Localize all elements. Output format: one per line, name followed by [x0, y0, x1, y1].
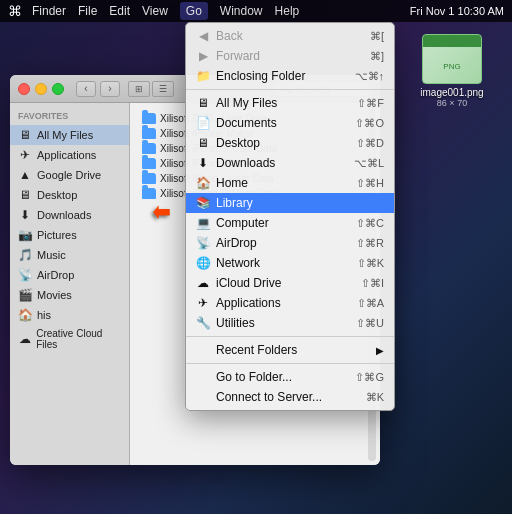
view-buttons: ⊞ ☰ — [128, 81, 174, 97]
desktop-icon-image001[interactable]: PNG image001.png 86 × 70 — [412, 34, 492, 108]
forward-button[interactable]: › — [100, 81, 120, 97]
zoom-button[interactable] — [52, 83, 64, 95]
menubar-finder[interactable]: Finder — [32, 4, 66, 18]
menubar-view[interactable]: View — [142, 4, 168, 18]
finder-sidebar: Favorites 🖥 All My Files ✈ Applications … — [10, 103, 130, 465]
menu-shortcut-computer: ⇧⌘C — [356, 217, 384, 230]
menubar-window[interactable]: Window — [220, 4, 263, 18]
desktop-icon-label: image001.png — [420, 87, 483, 98]
menu-item-desktop[interactable]: 🖥 Desktop ⇧⌘D — [186, 133, 394, 153]
sidebar-item-all-my-files[interactable]: 🖥 All My Files — [10, 125, 129, 145]
menu-item-utilities[interactable]: 🔧 Utilities ⇧⌘U — [186, 313, 394, 333]
back-icon: ◀ — [196, 29, 210, 43]
menubar-clock: Fri Nov 1 10:30 AM — [410, 5, 504, 17]
menu-shortcut-icloud: ⇧⌘I — [361, 277, 384, 290]
menu-item-home[interactable]: 🏠 Home ⇧⌘H — [186, 173, 394, 193]
music-icon: 🎵 — [18, 248, 32, 262]
menu-item-icloud-drive[interactable]: ☁ iCloud Drive ⇧⌘I — [186, 273, 394, 293]
back-button[interactable]: ‹ — [76, 81, 96, 97]
desktop: ⌘ Finder File Edit View Go Window Help F… — [0, 0, 512, 514]
sidebar-label-creative-cloud: Creative Cloud Files — [36, 328, 121, 350]
list-view-button[interactable]: ☰ — [152, 81, 174, 97]
sidebar-item-movies[interactable]: 🎬 Movies — [10, 285, 129, 305]
minimize-button[interactable] — [35, 83, 47, 95]
google-drive-icon: ▲ — [18, 168, 32, 182]
menu-item-library[interactable]: 📚 Library — [186, 193, 394, 213]
arrow-indicator: ➡ — [152, 195, 170, 228]
menu-label-computer: Computer — [216, 216, 269, 230]
icloud-icon: ☁ — [196, 276, 210, 290]
folder-icon — [142, 113, 156, 124]
menu-item-recent-folders[interactable]: Recent Folders ▶ — [186, 340, 394, 360]
menu-shortcut-airdrop: ⇧⌘R — [356, 237, 384, 250]
desktop-icon-thumbnail: PNG — [422, 34, 482, 84]
airdrop-menu-icon: 📡 — [196, 236, 210, 250]
sidebar-label-downloads: Downloads — [37, 209, 91, 221]
icon-view-button[interactable]: ⊞ — [128, 81, 150, 97]
separator — [186, 336, 394, 337]
sidebar-section-favorites: Favorites — [10, 111, 129, 125]
menu-label-airdrop: AirDrop — [216, 236, 257, 250]
all-my-files-icon: 🖥 — [18, 128, 32, 142]
menu-label-icloud: iCloud Drive — [216, 276, 281, 290]
menu-shortcut-network: ⇧⌘K — [357, 257, 384, 270]
menu-label-back: Back — [216, 29, 243, 43]
sidebar-item-airdrop[interactable]: 📡 AirDrop — [10, 265, 129, 285]
menu-item-airdrop[interactable]: 📡 AirDrop ⇧⌘R — [186, 233, 394, 253]
menu-item-enclosing-folder[interactable]: 📁 Enclosing Folder ⌥⌘↑ — [186, 66, 394, 86]
menu-shortcut-forward: ⌘] — [370, 50, 384, 63]
sidebar-item-desktop[interactable]: 🖥 Desktop — [10, 185, 129, 205]
menu-label-forward: Forward — [216, 49, 260, 63]
menu-label-connect-to-server: Connect to Server... — [216, 390, 322, 404]
sidebar-item-google-drive[interactable]: ▲ Google Drive — [10, 165, 129, 185]
menu-shortcut-utilities: ⇧⌘U — [356, 317, 384, 330]
menubar-file[interactable]: File — [78, 4, 97, 18]
all-files-icon: 🖥 — [196, 96, 210, 110]
menu-label-home: Home — [216, 176, 248, 190]
menu-label-applications: Applications — [216, 296, 281, 310]
menu-shortcut-go-to-folder: ⇧⌘G — [355, 371, 384, 384]
menu-item-applications[interactable]: ✈ Applications ⇧⌘A — [186, 293, 394, 313]
menu-shortcut-back: ⌘[ — [370, 30, 384, 43]
menubar-go[interactable]: Go — [180, 2, 208, 20]
menubar-edit[interactable]: Edit — [109, 4, 130, 18]
menu-item-downloads[interactable]: ⬇ Downloads ⌥⌘L — [186, 153, 394, 173]
menu-item-documents[interactable]: 📄 Documents ⇧⌘O — [186, 113, 394, 133]
menu-item-back[interactable]: ◀ Back ⌘[ — [186, 26, 394, 46]
menu-item-forward[interactable]: ▶ Forward ⌘] — [186, 46, 394, 66]
applications-icon: ✈ — [18, 148, 32, 162]
sidebar-item-creative-cloud[interactable]: ☁ Creative Cloud Files — [10, 325, 129, 353]
applications-menu-icon: ✈ — [196, 296, 210, 310]
finder-nav: ‹ › — [76, 81, 120, 97]
menu-label-downloads: Downloads — [216, 156, 275, 170]
sidebar-label-desktop: Desktop — [37, 189, 77, 201]
folder-icon — [142, 128, 156, 139]
sidebar-label-his: his — [37, 309, 51, 321]
airdrop-icon: 📡 — [18, 268, 32, 282]
menubar-help[interactable]: Help — [275, 4, 300, 18]
close-button[interactable] — [18, 83, 30, 95]
sidebar-item-music[interactable]: 🎵 Music — [10, 245, 129, 265]
menu-shortcut-desktop: ⇧⌘D — [356, 137, 384, 150]
folder-icon — [142, 158, 156, 169]
apple-menu[interactable]: ⌘ — [8, 3, 22, 19]
menu-label-documents: Documents — [216, 116, 277, 130]
folder-icon — [142, 173, 156, 184]
pictures-icon: 📷 — [18, 228, 32, 242]
menu-label-network: Network — [216, 256, 260, 270]
sidebar-item-applications[interactable]: ✈ Applications — [10, 145, 129, 165]
sidebar-label-pictures: Pictures — [37, 229, 77, 241]
separator — [186, 363, 394, 364]
sidebar-item-downloads[interactable]: ⬇ Downloads — [10, 205, 129, 225]
menu-label-recent-folders: Recent Folders — [216, 343, 297, 357]
menu-label-library: Library — [216, 196, 253, 210]
creative-cloud-icon: ☁ — [18, 332, 31, 346]
menu-item-go-to-folder[interactable]: Go to Folder... ⇧⌘G — [186, 367, 394, 387]
menu-item-computer[interactable]: 💻 Computer ⇧⌘C — [186, 213, 394, 233]
sidebar-item-his[interactable]: 🏠 his — [10, 305, 129, 325]
sidebar-label-all-my-files: All My Files — [37, 129, 93, 141]
menu-item-network[interactable]: 🌐 Network ⇧⌘K — [186, 253, 394, 273]
menu-item-all-my-files[interactable]: 🖥 All My Files ⇧⌘F — [186, 93, 394, 113]
menu-item-connect-to-server[interactable]: Connect to Server... ⌘K — [186, 387, 394, 407]
sidebar-item-pictures[interactable]: 📷 Pictures — [10, 225, 129, 245]
